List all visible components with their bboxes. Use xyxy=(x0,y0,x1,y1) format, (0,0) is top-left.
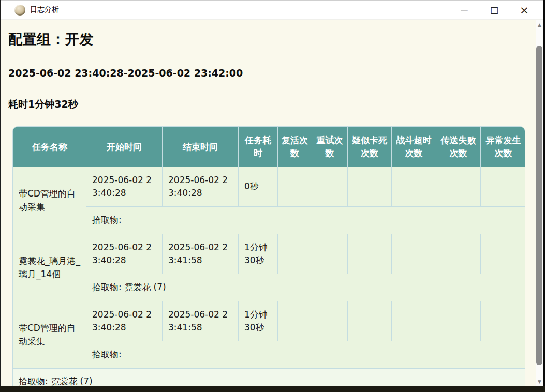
teleport-fail-count-cell xyxy=(436,167,481,207)
start-time-cell: 2025-06-02 23:40:28 xyxy=(86,167,163,207)
pickups-cell: 拾取物: xyxy=(86,207,526,234)
task-duration-cell: 1分钟30秒 xyxy=(239,301,278,341)
pickups-row: 拾取物: 霓裳花 (7) xyxy=(13,274,526,301)
maximize-button[interactable]: □ xyxy=(479,1,509,19)
retry-count-cell xyxy=(312,167,348,207)
task-duration-cell: 1分钟30秒 xyxy=(239,234,278,274)
stuck-count-cell xyxy=(348,234,392,274)
titlebar: 日志分析 — □ × xyxy=(1,1,543,20)
start-time-cell: 2025-06-02 23:40:28 xyxy=(86,234,163,274)
revive-count-cell xyxy=(278,234,312,274)
teleport-fail-count-cell xyxy=(436,234,481,274)
log-table-container: 任务名称 开始时间 结束时间 任务耗时 复活次数 重试次数 疑似卡死次数 战斗超… xyxy=(12,126,525,392)
column-header-battle-timeout-count: 战斗超时次数 xyxy=(392,127,436,167)
log-table: 任务名称 开始时间 结束时间 任务耗时 复活次数 重试次数 疑似卡死次数 战斗超… xyxy=(13,127,525,392)
exception-count-cell xyxy=(481,167,526,207)
pickups-row: 拾取物: xyxy=(13,207,526,234)
table-row: 带CD管理的自动采集 2025-06-02 23:40:28 2025-06-0… xyxy=(13,167,526,207)
column-header-stuck-count: 疑似卡死次数 xyxy=(348,127,392,167)
scroll-down-icon[interactable]: ▼ xyxy=(536,378,543,385)
battle-timeout-count-cell xyxy=(392,301,436,341)
retry-count-cell xyxy=(312,301,348,341)
column-header-revive-count: 复活次数 xyxy=(278,127,312,167)
revive-count-cell xyxy=(278,167,312,207)
window-frame-left xyxy=(0,0,1,392)
app-icon xyxy=(14,5,25,16)
close-button[interactable]: × xyxy=(509,1,539,19)
column-header-task-name: 任务名称 xyxy=(13,127,86,167)
battle-timeout-count-cell xyxy=(392,167,436,207)
exception-count-cell xyxy=(481,234,526,274)
minimize-button[interactable]: — xyxy=(449,1,479,19)
window-frame-top xyxy=(0,0,545,1)
revive-count-cell xyxy=(278,301,312,341)
main-content: 配置组：开发 2025-06-02 23:40:28-2025-06-02 23… xyxy=(1,20,534,386)
stuck-count-cell xyxy=(348,301,392,341)
task-name-cell: 带CD管理的自动采集 xyxy=(13,167,86,234)
scroll-up-icon[interactable]: ▲ xyxy=(536,21,543,28)
time-range: 2025-06-02 23:40:28-2025-06-02 23:42:00 xyxy=(8,67,534,79)
exception-count-cell xyxy=(481,301,526,341)
table-row: 带CD管理的自动采集 2025-06-02 23:40:28 2025-06-0… xyxy=(13,301,526,341)
column-header-exception-count: 异常发生次数 xyxy=(481,127,526,167)
retry-count-cell xyxy=(312,234,348,274)
column-header-start-time: 开始时间 xyxy=(86,127,163,167)
task-name-cell: 带CD管理的自动采集 xyxy=(13,301,86,369)
config-group-title: 配置组：开发 xyxy=(8,30,534,49)
end-time-cell: 2025-06-02 23:41:58 xyxy=(163,234,239,274)
scrollbar-thumb[interactable] xyxy=(536,46,542,365)
start-time-cell: 2025-06-02 23:40:28 xyxy=(86,301,163,341)
task-name-cell: 霓裳花_璃月港_璃月_14個 xyxy=(13,234,86,301)
vertical-scrollbar[interactable]: ▲ ▼ xyxy=(536,20,543,386)
pickups-cell: 拾取物: 霓裳花 (7) xyxy=(86,274,526,301)
column-header-end-time: 结束时间 xyxy=(163,127,239,167)
end-time-cell: 2025-06-02 23:40:28 xyxy=(163,167,239,207)
pickups-cell: 拾取物: xyxy=(86,341,526,369)
teleport-fail-count-cell xyxy=(436,301,481,341)
total-duration: 耗时1分钟32秒 xyxy=(8,98,534,111)
table-header-row: 任务名称 开始时间 结束时间 任务耗时 复活次数 重试次数 疑似卡死次数 战斗超… xyxy=(13,127,526,167)
window-controls: — □ × xyxy=(449,1,543,19)
pickups-row: 拾取物: xyxy=(13,341,526,369)
window-frame-bottom xyxy=(0,386,545,392)
battle-timeout-count-cell xyxy=(392,234,436,274)
end-time-cell: 2025-06-02 23:41:58 xyxy=(163,301,239,341)
stuck-count-cell xyxy=(348,167,392,207)
task-duration-cell: 0秒 xyxy=(239,167,278,207)
column-header-retry-count: 重试次数 xyxy=(312,127,348,167)
window-title: 日志分析 xyxy=(30,5,59,14)
table-row: 霓裳花_璃月港_璃月_14個 2025-06-02 23:40:28 2025-… xyxy=(13,234,526,274)
column-header-task-duration: 任务耗时 xyxy=(239,127,278,167)
column-header-teleport-fail-count: 传送失败次数 xyxy=(436,127,481,167)
